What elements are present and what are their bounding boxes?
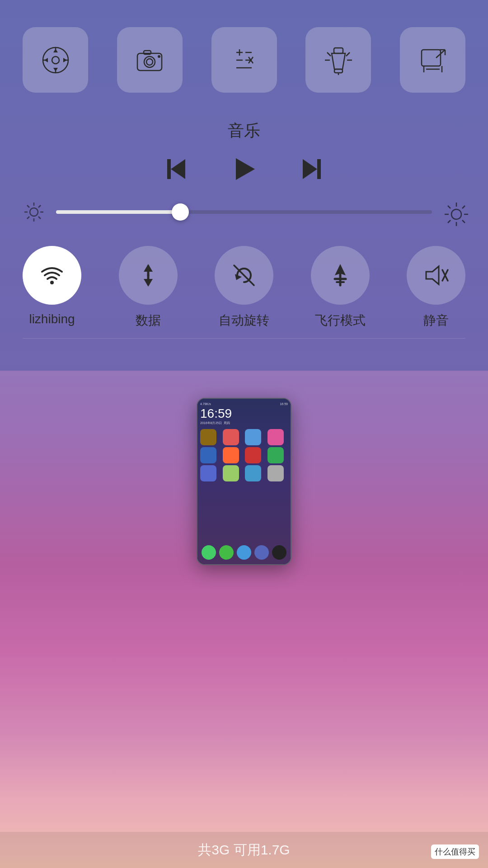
rotation-label: 自动旋转 [219, 312, 269, 329]
svg-line-58 [462, 220, 465, 223]
recent-apps-section: 4.78K/s 16:59 16:59 2016年8月25日 周四 [0, 371, 488, 823]
quick-btn-camera[interactable] [117, 27, 183, 93]
storage-bar: 共3G 可用1.7G [0, 832, 488, 868]
svg-rect-39 [167, 159, 171, 179]
next-icon [298, 156, 325, 183]
dock-msg [219, 545, 234, 560]
phone-signal: 4.78K/s [200, 402, 211, 406]
data-icon [135, 262, 162, 289]
wifi-circle [23, 246, 81, 305]
quick-buttons-row [23, 27, 465, 93]
toggle-mute[interactable]: 静音 [407, 246, 465, 329]
dock-app [254, 545, 269, 560]
toggle-airplane[interactable]: 飞行模式 [311, 246, 370, 329]
prev-button[interactable] [163, 156, 190, 183]
dock-cam [272, 545, 286, 560]
brightness-high-icon [443, 201, 465, 223]
svg-line-59 [462, 206, 465, 208]
svg-point-43 [30, 208, 38, 216]
svg-line-28 [346, 52, 350, 56]
phone-preview-inner: 4.78K/s 16:59 16:59 2016年8月25日 周四 [197, 399, 291, 564]
mute-circle [407, 246, 465, 305]
svg-marker-68 [426, 266, 439, 284]
toggle-wifi[interactable]: lizhibing [23, 246, 81, 329]
flashlight-icon [323, 44, 354, 76]
airplane-circle [311, 246, 370, 305]
svg-rect-23 [334, 48, 343, 53]
brightness-thumb[interactable] [172, 203, 189, 221]
music-controls [23, 156, 465, 183]
prev-icon [163, 156, 190, 183]
next-button[interactable] [298, 156, 325, 183]
wifi-label: lizhibing [29, 312, 75, 326]
camera-icon [134, 44, 165, 76]
quick-btn-calculator[interactable] [211, 27, 277, 93]
svg-marker-64 [144, 264, 153, 272]
screenshot-icon [417, 44, 449, 76]
svg-rect-31 [422, 50, 441, 66]
app-icon-app7 [245, 465, 261, 481]
airplane-icon [327, 262, 354, 289]
app-icon-settings [267, 465, 284, 481]
app-icon-app1 [200, 447, 216, 463]
music-section: 音乐 [23, 120, 465, 183]
svg-marker-24 [332, 53, 345, 69]
app-icon-clock [200, 429, 216, 445]
app-icon-app4 [267, 447, 284, 463]
svg-rect-13 [144, 51, 151, 54]
svg-point-52 [451, 209, 461, 219]
music-title: 音乐 [23, 120, 465, 142]
svg-point-61 [50, 281, 54, 284]
svg-point-11 [144, 57, 155, 67]
svg-line-57 [448, 206, 450, 208]
svg-line-60 [448, 220, 450, 223]
quick-btn-flashlight[interactable] [305, 27, 371, 93]
mute-icon [422, 262, 450, 289]
joystick-icon [40, 44, 71, 76]
svg-line-27 [327, 52, 331, 56]
data-circle [119, 246, 178, 305]
data-label: 数据 [136, 312, 161, 329]
storage-text: 共3G 可用1.7G [198, 841, 290, 859]
play-button[interactable] [230, 156, 258, 183]
rotation-circle [215, 246, 273, 305]
svg-marker-7 [53, 68, 58, 71]
quick-btn-joystick[interactable] [23, 27, 88, 93]
toggle-rotation[interactable]: 自动旋转 [215, 246, 273, 329]
phone-preview[interactable]: 4.78K/s 16:59 16:59 2016年8月25日 周四 [197, 398, 291, 565]
rotation-icon [230, 262, 258, 289]
svg-line-48 [27, 205, 29, 208]
play-icon [230, 156, 258, 183]
svg-line-50 [38, 205, 41, 208]
app-icon-app6 [223, 465, 239, 481]
svg-marker-65 [144, 279, 153, 287]
app-icon-app5 [200, 465, 216, 481]
toggle-data[interactable]: 数据 [119, 246, 178, 329]
phone-time-small: 16:59 [280, 402, 288, 406]
svg-marker-8 [44, 58, 48, 62]
brightness-slider[interactable] [56, 210, 432, 214]
svg-rect-25 [334, 69, 343, 73]
svg-marker-38 [171, 159, 185, 179]
svg-marker-9 [63, 58, 67, 62]
watermark-text: 什么值得买 [431, 844, 479, 859]
svg-point-1 [52, 57, 59, 64]
toggles-grid: lizhibing 数据 自动 [23, 246, 465, 329]
brightness-fill [56, 210, 180, 214]
calculator-icon [228, 44, 260, 76]
svg-point-12 [146, 59, 153, 65]
svg-marker-41 [303, 159, 317, 179]
svg-point-14 [158, 55, 160, 58]
app-icon-app2 [223, 447, 239, 463]
wifi-icon [38, 262, 66, 289]
brightness-low-icon [23, 201, 45, 223]
airplane-label: 飞行模式 [315, 312, 366, 329]
app-icon-music [267, 429, 284, 445]
quick-btn-screenshot[interactable] [400, 27, 465, 93]
svg-marker-6 [53, 49, 58, 52]
dock-browser [237, 545, 251, 560]
svg-marker-40 [236, 158, 255, 180]
divider [23, 338, 465, 339]
phone-date-display: 2016年8月25日 周四 [200, 421, 288, 425]
mute-label: 静音 [423, 312, 449, 329]
